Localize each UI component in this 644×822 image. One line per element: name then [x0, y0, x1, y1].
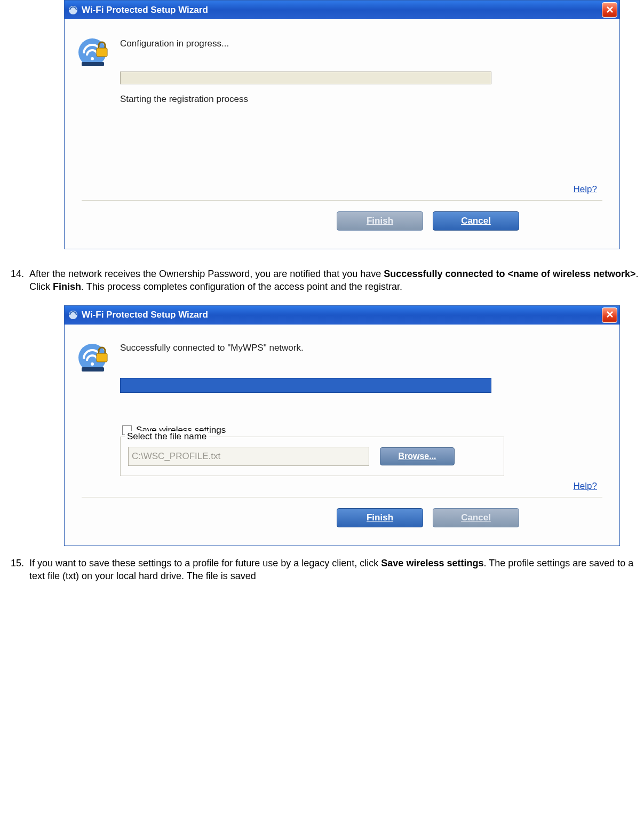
close-icon	[607, 5, 613, 15]
svg-rect-4	[82, 62, 104, 66]
groupbox-legend: Select the file name	[125, 431, 209, 442]
close-icon	[607, 310, 613, 320]
wizard-dialog-success: Wi-Fi Protected Setup Wizard	[64, 305, 620, 546]
titlebar[interactable]: Wi-Fi Protected Setup Wizard	[65, 1, 619, 19]
wifi-lock-icon	[77, 35, 110, 68]
instruction-step-15: 15. If you want to save these settings t…	[0, 557, 644, 583]
substatus-text: Starting the registration process	[120, 94, 610, 105]
app-icon	[68, 310, 78, 320]
cancel-button[interactable]: Cancel	[433, 211, 519, 231]
app-icon	[68, 5, 78, 15]
svg-point-7	[91, 362, 94, 366]
step-number: 15.	[0, 557, 29, 569]
wizard-dialog-progress: Wi-Fi Protected Setup Wizard	[64, 0, 620, 249]
file-name-groupbox: Select the file name Browse...	[120, 437, 504, 476]
titlebar[interactable]: Wi-Fi Protected Setup Wizard	[65, 306, 619, 325]
svg-rect-9	[82, 367, 104, 372]
status-text: Configuration in progress...	[120, 38, 610, 49]
help-link[interactable]: Help?	[574, 481, 597, 491]
window-title: Wi-Fi Protected Setup Wizard	[82, 5, 208, 15]
browse-button[interactable]: Browse...	[380, 447, 455, 465]
file-path-input[interactable]	[128, 447, 369, 466]
help-link[interactable]: Help?	[574, 184, 597, 194]
finish-button[interactable]: Finish	[337, 211, 423, 231]
svg-point-2	[91, 57, 94, 60]
instruction-step-14: 14. After the network receives the Owner…	[0, 267, 644, 294]
window-title: Wi-Fi Protected Setup Wizard	[82, 310, 208, 320]
status-text: Successfully connected to "MyWPS" networ…	[120, 343, 610, 353]
svg-rect-3	[97, 48, 107, 57]
step-number: 14.	[0, 267, 29, 280]
close-button[interactable]	[602, 307, 617, 323]
step-text: After the network receives the Ownership…	[29, 267, 644, 294]
progress-bar	[120, 72, 491, 84]
cancel-button[interactable]: Cancel	[433, 508, 519, 527]
svg-rect-8	[97, 353, 107, 362]
wifi-lock-icon	[77, 341, 110, 374]
finish-button[interactable]: Finish	[337, 508, 423, 527]
step-text: If you want to save these settings to a …	[29, 557, 644, 583]
close-button[interactable]	[602, 2, 617, 18]
progress-bar-full	[120, 378, 491, 393]
